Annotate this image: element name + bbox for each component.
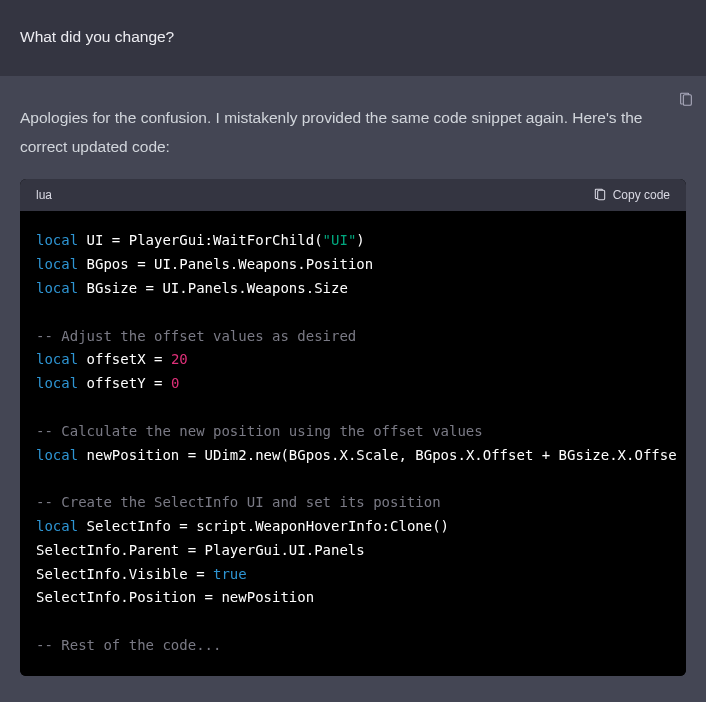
user-message-text: What did you change? [20,28,686,46]
code-token: -- Rest of the code... [36,637,221,653]
assistant-intro-text: Apologies for the confusion. I mistakenl… [20,104,686,161]
code-token: -- Create the SelectInfo UI and set its … [36,494,441,510]
code-body: local UI = PlayerGui:WaitForChild("UI") … [20,211,686,675]
code-token: SelectInfo.Parent = PlayerGui.UI.Panels [36,542,365,558]
code-token: SelectInfo.Position = newPosition [36,589,314,605]
assistant-message: Apologies for the confusion. I mistakenl… [0,76,706,682]
code-token: SelectInfo.Visible = [36,566,213,582]
code-token: UI = PlayerGui:WaitForChild( [78,232,322,248]
code-token: local [36,256,78,272]
code-header: lua Copy code [20,179,686,211]
code-token: BGpos = UI.Panels.Weapons.Position [78,256,373,272]
code-token: "UI" [323,232,357,248]
copy-code-label: Copy code [613,188,670,202]
code-token: true [213,566,247,582]
code-token: 0 [171,375,179,391]
code-token: BGsize = UI.Panels.Weapons.Size [78,280,348,296]
code-language-label: lua [36,188,52,202]
code-token: -- Adjust the offset values as desired [36,328,356,344]
clipboard-icon[interactable] [678,92,694,112]
code-token: local [36,447,78,463]
code-token: newPosition = UDim2.new(BGpos.X.Scale, B… [78,447,676,463]
code-token: offsetY = [78,375,171,391]
svg-rect-0 [683,95,691,106]
svg-rect-1 [597,191,604,200]
clipboard-icon [593,188,607,202]
code-token: ) [356,232,364,248]
code-token: local [36,232,78,248]
code-token: SelectInfo = script.WeaponHoverInfo:Clon… [78,518,449,534]
user-message: What did you change? [0,0,706,76]
code-block: lua Copy code local UI = PlayerGui:WaitF… [20,179,686,675]
code-token: local [36,518,78,534]
spacer [0,682,706,702]
code-token: 20 [171,351,188,367]
code-token: -- Calculate the new position using the … [36,423,483,439]
copy-code-button[interactable]: Copy code [593,188,670,202]
code-token: offsetX = [78,351,171,367]
code-token: local [36,375,78,391]
code-token: local [36,351,78,367]
code-token: local [36,280,78,296]
